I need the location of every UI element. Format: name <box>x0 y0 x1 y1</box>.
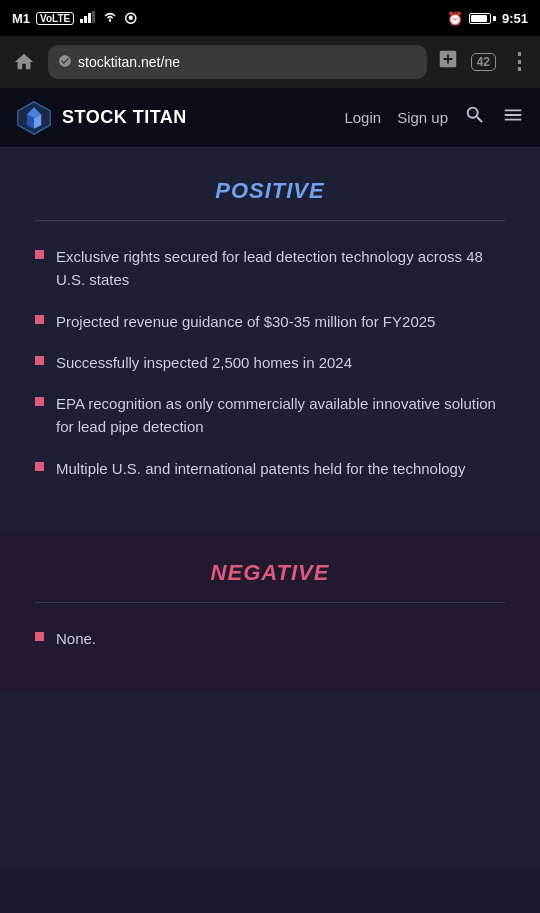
logo-icon <box>16 100 52 136</box>
bullet-square-icon <box>35 397 44 406</box>
time-display: 9:51 <box>502 11 528 26</box>
positive-divider <box>35 220 505 221</box>
search-icon[interactable] <box>464 104 486 131</box>
svg-rect-1 <box>84 16 87 23</box>
tab-count-badge[interactable]: 42 <box>471 53 496 71</box>
menu-icon[interactable] <box>502 104 524 131</box>
bullet-square-icon <box>35 315 44 324</box>
negative-bullet-text-1: None. <box>56 627 96 650</box>
carrier-label: M1 <box>12 11 30 26</box>
positive-bullet-list: Exclusive rights secured for lead detect… <box>35 245 505 480</box>
positive-bullet-text-4: EPA recognition as only commercially ava… <box>56 392 505 439</box>
bullet-square-icon <box>35 462 44 471</box>
negative-bullet-1: None. <box>35 627 505 650</box>
positive-bullet-5: Multiple U.S. and international patents … <box>35 457 505 480</box>
camera-icon: ⦿ <box>124 11 137 26</box>
positive-bullet-text-1: Exclusive rights secured for lead detect… <box>56 245 505 292</box>
login-link[interactable]: Login <box>344 109 381 126</box>
bullet-square-icon <box>35 632 44 641</box>
url-security-icon <box>58 54 72 71</box>
add-tab-button[interactable] <box>437 48 459 76</box>
negative-divider <box>35 602 505 603</box>
positive-bullet-text-3: Successfully inspected 2,500 homes in 20… <box>56 351 352 374</box>
positive-title: Positive <box>35 178 505 204</box>
logo-area: STOCK TITAN <box>16 100 344 136</box>
positive-bullet-3: Successfully inspected 2,500 homes in 20… <box>35 351 505 374</box>
volte-badge: VoLTE <box>36 12 74 25</box>
negative-section: Negative None. <box>0 530 540 690</box>
negative-bullet-list: None. <box>35 627 505 650</box>
logo-text: STOCK TITAN <box>62 107 187 128</box>
home-button[interactable] <box>10 48 38 76</box>
status-left: M1 VoLTE ⦿ <box>12 11 137 26</box>
header-nav: Login Sign up <box>344 104 524 131</box>
positive-bullet-2: Projected revenue guidance of $30-35 mil… <box>35 310 505 333</box>
more-button[interactable]: ⋮ <box>508 49 530 75</box>
battery-icon <box>469 13 496 24</box>
positive-bullet-1: Exclusive rights secured for lead detect… <box>35 245 505 292</box>
url-text: stocktitan.net/ne <box>78 54 417 70</box>
browser-bar: stocktitan.net/ne 42 ⋮ <box>0 36 540 88</box>
signal-icon <box>80 11 96 26</box>
svg-point-4 <box>109 19 111 21</box>
url-bar[interactable]: stocktitan.net/ne <box>48 45 427 79</box>
positive-bullet-text-5: Multiple U.S. and international patents … <box>56 457 465 480</box>
positive-section: Positive Exclusive rights secured for le… <box>0 148 540 520</box>
wifi-icon <box>102 11 118 26</box>
browser-actions: 42 ⋮ <box>437 48 530 76</box>
signup-link[interactable]: Sign up <box>397 109 448 126</box>
svg-rect-2 <box>88 13 91 23</box>
site-header: STOCK TITAN Login Sign up <box>0 88 540 148</box>
positive-bullet-text-2: Projected revenue guidance of $30-35 mil… <box>56 310 435 333</box>
positive-bullet-4: EPA recognition as only commercially ava… <box>35 392 505 439</box>
alarm-icon: ⏰ <box>447 11 463 26</box>
svg-rect-3 <box>92 11 95 23</box>
main-content: Positive Exclusive rights secured for le… <box>0 148 540 868</box>
bullet-square-icon <box>35 250 44 259</box>
status-bar: M1 VoLTE ⦿ ⏰ 9:51 <box>0 0 540 36</box>
bullet-square-icon <box>35 356 44 365</box>
status-right: ⏰ 9:51 <box>447 11 528 26</box>
negative-title: Negative <box>35 560 505 586</box>
svg-rect-0 <box>80 19 83 23</box>
